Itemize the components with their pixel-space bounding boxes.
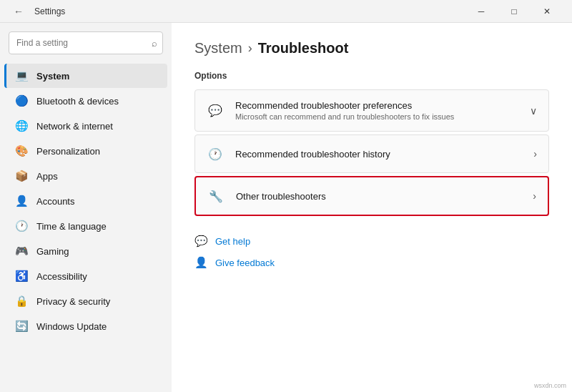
nav-icon-accounts: 👤 xyxy=(15,195,28,207)
nav-list: 💻 System 🔵 Bluetooth & devices 🌐 Network… xyxy=(0,63,172,339)
option-text-recommended-history: Recommended troubleshooter history xyxy=(235,149,522,160)
nav-icon-time: 🕐 xyxy=(15,220,28,232)
help-section: 💬 Get help 👤 Give feedback xyxy=(194,233,549,270)
nav-icon-network: 🌐 xyxy=(15,119,28,132)
help-link-label-give-feedback: Give feedback xyxy=(215,258,275,268)
maximize-button[interactable]: □ xyxy=(498,0,531,23)
breadcrumb-parent[interactable]: System xyxy=(194,40,242,57)
option-chevron-recommended-prefs: ∨ xyxy=(530,105,537,117)
sidebar-item-apps[interactable]: 📦 Apps xyxy=(4,164,167,188)
sidebar: ⌕ 💻 System 🔵 Bluetooth & devices 🌐 Netwo… xyxy=(0,23,172,392)
nav-label-update: Windows Update xyxy=(36,321,159,332)
nav-icon-gaming: 🎮 xyxy=(15,245,28,258)
help-link-label-get-help: Get help xyxy=(215,236,250,247)
nav-label-privacy: Privacy & security xyxy=(36,296,159,307)
nav-label-apps: Apps xyxy=(36,171,159,182)
nav-label-accessibility: Accessibility xyxy=(36,271,159,282)
nav-icon-update: 🔄 xyxy=(15,320,28,333)
sidebar-item-update[interactable]: 🔄 Windows Update xyxy=(4,314,167,338)
option-title-recommended-prefs: Recommended troubleshooter preferences xyxy=(235,100,518,111)
option-other-troubleshooters[interactable]: 🔧 Other troubleshooters › xyxy=(194,176,549,216)
sidebar-item-time[interactable]: 🕐 Time & language xyxy=(4,214,167,238)
sidebar-item-personalization[interactable]: 🎨 Personalization xyxy=(4,139,167,163)
option-text-recommended-prefs: Recommended troubleshooter preferences M… xyxy=(235,100,518,121)
option-text-other-troubleshooters: Other troubleshooters xyxy=(236,191,521,202)
sidebar-item-accessibility[interactable]: ♿ Accessibility xyxy=(4,264,167,288)
option-icon-recommended-prefs: 💬 xyxy=(207,102,224,119)
options-list: 💬 Recommended troubleshooter preferences… xyxy=(194,89,549,216)
nav-icon-personalization: 🎨 xyxy=(15,144,28,157)
sidebar-item-accounts[interactable]: 👤 Accounts xyxy=(4,189,167,213)
breadcrumb: System › Troubleshoot xyxy=(194,40,549,57)
search-input[interactable] xyxy=(9,31,163,54)
help-link-icon-give-feedback: 👤 xyxy=(194,256,208,269)
sidebar-item-bluetooth[interactable]: 🔵 Bluetooth & devices xyxy=(4,89,167,113)
titlebar-controls: ─ □ ✕ xyxy=(465,0,563,23)
option-recommended-history[interactable]: 🕐 Recommended troubleshooter history › xyxy=(194,134,549,173)
nav-label-bluetooth: Bluetooth & devices xyxy=(36,96,159,107)
sidebar-item-privacy[interactable]: 🔒 Privacy & security xyxy=(4,289,167,313)
option-chevron-other-troubleshooters: › xyxy=(533,190,536,202)
minimize-button[interactable]: ─ xyxy=(465,0,498,23)
watermark: wsxdn.com xyxy=(534,382,566,389)
main-layout: ⌕ 💻 System 🔵 Bluetooth & devices 🌐 Netwo… xyxy=(0,23,572,392)
content-area: System › Troubleshoot Options 💬 Recommen… xyxy=(172,23,572,392)
option-recommended-prefs[interactable]: 💬 Recommended troubleshooter preferences… xyxy=(194,89,549,132)
nav-label-gaming: Gaming xyxy=(36,246,159,257)
sidebar-item-gaming[interactable]: 🎮 Gaming xyxy=(4,239,167,263)
nav-label-personalization: Personalization xyxy=(36,146,159,157)
titlebar: ← Settings ─ □ ✕ xyxy=(0,0,572,23)
sidebar-item-network[interactable]: 🌐 Network & internet xyxy=(4,114,167,138)
option-icon-recommended-history: 🕐 xyxy=(207,145,224,162)
help-link-get-help[interactable]: 💬 Get help xyxy=(194,233,549,249)
option-title-recommended-history: Recommended troubleshooter history xyxy=(235,149,522,160)
help-link-icon-get-help: 💬 xyxy=(194,235,208,248)
option-title-other-troubleshooters: Other troubleshooters xyxy=(236,191,521,202)
nav-icon-privacy: 🔒 xyxy=(15,295,28,308)
titlebar-nav: ← xyxy=(9,1,29,21)
close-button[interactable]: ✕ xyxy=(531,0,563,23)
breadcrumb-chevron: › xyxy=(248,41,252,56)
nav-label-network: Network & internet xyxy=(36,121,159,132)
option-subtitle-recommended-prefs: Microsoft can recommend and run troubles… xyxy=(235,112,518,121)
sidebar-item-system[interactable]: 💻 System xyxy=(4,64,167,88)
option-icon-other-troubleshooters: 🔧 xyxy=(207,187,225,205)
nav-label-accounts: Accounts xyxy=(36,196,159,207)
nav-icon-bluetooth: 🔵 xyxy=(15,94,28,107)
nav-label-system: System xyxy=(36,71,159,82)
back-button[interactable]: ← xyxy=(9,1,29,21)
help-link-give-feedback[interactable]: 👤 Give feedback xyxy=(194,255,549,270)
nav-icon-apps: 📦 xyxy=(15,170,28,182)
search-box: ⌕ xyxy=(9,31,163,54)
nav-label-time: Time & language xyxy=(36,221,159,232)
nav-icon-accessibility: ♿ xyxy=(15,270,28,283)
search-icon: ⌕ xyxy=(152,38,157,49)
option-chevron-recommended-history: › xyxy=(533,148,537,160)
section-label: Options xyxy=(194,71,549,81)
app-title: Settings xyxy=(34,6,65,16)
nav-icon-system: 💻 xyxy=(15,69,28,82)
breadcrumb-current: Troubleshoot xyxy=(258,40,349,57)
